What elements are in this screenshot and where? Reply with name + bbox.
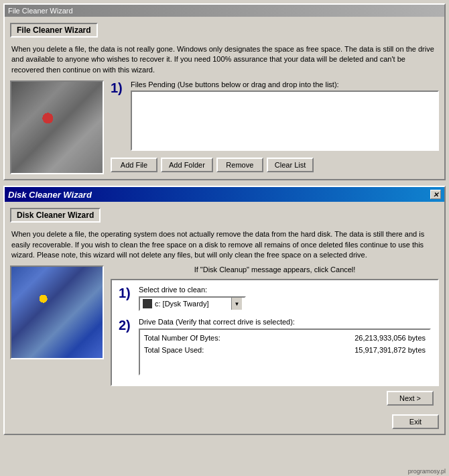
drive-data-label: Drive Data (Verify that correct drive is… — [139, 318, 431, 326]
watermark: programosy.pl — [408, 468, 446, 475]
remove-button[interactable]: Remove — [216, 158, 263, 172]
file-cleaner-content: 1) Files Pending (Use buttons below or d… — [10, 80, 439, 174]
disk-step1-content: Select drive to clean: c: [Dysk Twardy] … — [139, 286, 431, 311]
space-used-label: Total Space Used: — [144, 345, 204, 357]
file-cleaner-window: File Cleaner Wizard File Cleaner Wizard … — [3, 3, 446, 180]
exit-row: Exit — [5, 412, 444, 432]
total-bytes-row: Total Number Of Bytes: 26,213,933,056 by… — [144, 333, 426, 345]
drive-option-text: c: [Dysk Twardy] — [155, 300, 231, 308]
drive-icon — [143, 299, 152, 308]
disk-step2-content: Drive Data (Verify that correct drive is… — [139, 318, 431, 375]
file-buttons-row: Add File Add Folder Remove Clear List — [111, 158, 439, 172]
files-pending-label: Files Pending (Use buttons below or drag… — [131, 80, 439, 88]
file-cleaner-preview-image — [10, 80, 104, 174]
hint-text: If "Disk Cleanup" message appears, click… — [111, 265, 439, 274]
disk-step1-row: 1) Select drive to clean: c: [Dysk Tward… — [119, 286, 431, 311]
next-button[interactable]: Next > — [387, 391, 434, 406]
files-pending-listbox[interactable] — [131, 91, 439, 151]
step1-label: 1) — [111, 80, 131, 95]
clear-list-button[interactable]: Clear List — [267, 158, 314, 172]
space-used-row: Total Space Used: 15,917,391,872 bytes — [144, 345, 426, 357]
disk-cleaner-window: Disk Cleaner Wizard ✕ Disk Cleaner Wizar… — [3, 186, 446, 435]
exit-button[interactable]: Exit — [392, 414, 439, 429]
file-cleaner-description: When you delete a file, the data is not … — [11, 44, 438, 75]
file-cleaner-section-title: File Cleaner Wizard — [10, 23, 98, 38]
disk-cleaner-titlebar: Disk Cleaner Wizard ✕ — [5, 187, 444, 202]
total-bytes-label: Total Number Of Bytes: — [144, 333, 220, 345]
disk-cleaner-preview-image — [10, 265, 104, 359]
disk-bottom-row: Next > — [111, 388, 439, 409]
disk-cleaner-content: If "Disk Cleanup" message appears, click… — [10, 265, 439, 409]
dropdown-arrow-icon[interactable]: ▼ — [231, 298, 242, 310]
total-bytes-value: 26,213,933,056 bytes — [355, 333, 426, 345]
select-drive-label: Select drive to clean: — [139, 286, 431, 294]
disk-step2-row: 2) Drive Data (Verify that correct drive… — [119, 318, 431, 375]
close-button[interactable]: ✕ — [430, 190, 441, 199]
space-used-value: 15,917,391,872 bytes — [355, 345, 426, 357]
file-cleaner-right-panel: 1) Files Pending (Use buttons below or d… — [111, 80, 439, 174]
file-cleaner-image-graphic — [11, 82, 103, 173]
disk-cleaner-titlebar-text: Disk Cleaner Wizard — [8, 190, 92, 200]
disk-cleaner-description: When you delete a file, the operating sy… — [11, 229, 438, 260]
disk-right-panel: If "Disk Cleanup" message appears, click… — [111, 265, 439, 409]
file-cleaner-titlebar-text: File Cleaner Wizard — [8, 7, 73, 15]
add-folder-button[interactable]: Add Folder — [161, 158, 213, 172]
drive-dropdown[interactable]: c: [Dysk Twardy] ▼ — [139, 296, 246, 311]
drive-data-box: Total Number Of Bytes: 26,213,933,056 by… — [139, 329, 431, 375]
disk-cleaner-section-title: Disk Cleaner Wizard — [10, 208, 101, 223]
disk-step1-label: 1) — [119, 286, 139, 300]
add-file-button[interactable]: Add File — [111, 158, 157, 172]
disk-cleaner-image-graphic — [11, 267, 103, 358]
file-cleaner-titlebar: File Cleaner Wizard — [5, 5, 444, 17]
disk-step2-label: 2) — [119, 318, 139, 333]
